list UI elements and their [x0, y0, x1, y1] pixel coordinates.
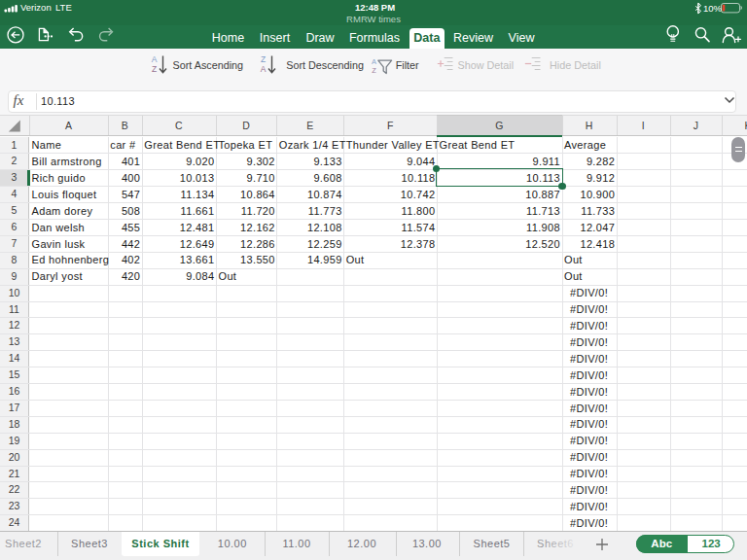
svg-text:Z: Z: [152, 64, 157, 74]
svg-text:Z: Z: [261, 54, 266, 64]
svg-text:A: A: [261, 64, 267, 74]
svg-text:Z: Z: [372, 66, 376, 75]
svg-text:A: A: [372, 57, 376, 66]
svg-text:A: A: [152, 54, 158, 64]
